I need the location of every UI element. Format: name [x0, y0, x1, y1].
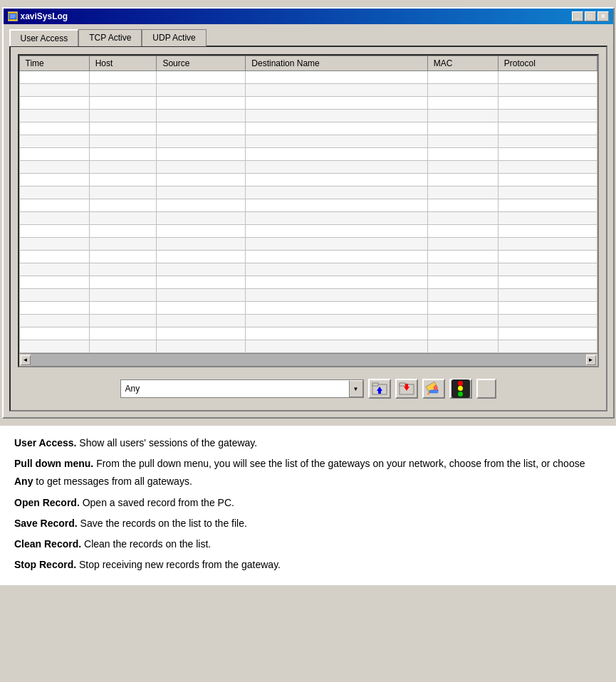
col-destination: Destination Name [246, 56, 427, 71]
app-icon [8, 11, 18, 21]
pull-down-menu-bold: Pull down menu. [14, 458, 93, 469]
tab-udp-active[interactable]: UDP Active [142, 29, 206, 46]
save-record-icon [398, 381, 415, 397]
yellow-light [458, 386, 463, 391]
stop-record-button[interactable] [449, 379, 472, 399]
table-row [19, 263, 597, 276]
table-row [19, 71, 597, 84]
table-row [19, 225, 597, 238]
svg-rect-3 [10, 17, 14, 18]
horizontal-scrollbar[interactable]: ◄ ► [19, 353, 597, 366]
scroll-track[interactable] [31, 354, 586, 366]
bottom-controls: ▼ [18, 374, 599, 403]
svg-rect-2 [10, 16, 16, 16]
table-row [19, 315, 597, 327]
gateway-dropdown-input[interactable] [121, 380, 349, 397]
red-light [458, 381, 463, 386]
window-controls: _ □ ✕ [572, 11, 609, 21]
chevron-down-icon: ▼ [353, 386, 359, 392]
clean-record-description: Clean Record. Clean the records on the l… [14, 535, 602, 553]
table-row [19, 327, 597, 340]
save-record-bold: Save Record. [14, 518, 78, 529]
minimize-button[interactable]: _ [572, 11, 583, 21]
content-area: Time Host Source Destination Name MAC Pr… [9, 46, 607, 411]
table-row [19, 148, 597, 161]
clean-record-text: Clean the records on the list. [84, 538, 211, 550]
pull-down-menu-description: Pull down menu. From the pull down menu,… [14, 455, 602, 490]
pull-down-menu-text: From the pull down menu, you will see th… [14, 458, 585, 487]
window-title: xaviSysLog [21, 11, 68, 21]
title-bar-left: xaviSysLog [8, 11, 68, 21]
title-bar: xaviSysLog _ □ ✕ [4, 9, 613, 24]
gateway-dropdown[interactable]: ▼ [120, 379, 364, 398]
any-bold: Any [14, 476, 33, 487]
table-row [19, 251, 597, 263]
stop-record-text: Stop receiving new records from the gate… [79, 559, 281, 570]
table-row [19, 84, 597, 97]
table-row [19, 340, 597, 353]
close-button[interactable]: ✕ [597, 11, 609, 21]
description-panel: User Access. Show all users' sessions of… [0, 426, 616, 585]
user-access-bold: User Access. [14, 437, 76, 448]
table-row [19, 276, 597, 289]
col-mac: MAC [427, 56, 498, 71]
main-window: xaviSysLog _ □ ✕ User Access TCP Active … [2, 7, 615, 419]
scroll-right-button[interactable]: ► [586, 355, 596, 365]
svg-rect-1 [10, 14, 16, 15]
table-row [19, 161, 597, 174]
table-wrapper[interactable]: Time Host Source Destination Name MAC Pr… [19, 56, 597, 353]
col-protocol: Protocol [498, 56, 597, 71]
table-row [19, 199, 597, 212]
user-access-text: Show all users' sessions of the gateway. [79, 437, 257, 448]
table-row [19, 289, 597, 302]
save-record-description: Save Record. Save the records on the lis… [14, 515, 602, 533]
table-row [19, 187, 597, 199]
tab-bar: User Access TCP Active UDP Active [4, 24, 613, 46]
table-row [19, 212, 597, 225]
table-row [19, 110, 597, 122]
save-record-text: Save the records on the list to the file… [80, 518, 247, 529]
open-record-icon [371, 381, 388, 397]
table-row [19, 135, 597, 148]
maximize-button[interactable]: □ [585, 11, 596, 21]
tab-user-access[interactable]: User Access [9, 29, 79, 46]
dropdown-arrow-button[interactable]: ▼ [349, 380, 363, 397]
table-row [19, 122, 597, 135]
user-access-description: User Access. Show all users' sessions of… [14, 434, 602, 452]
table-row [19, 238, 597, 251]
clean-record-button[interactable] [422, 379, 445, 399]
extra-button[interactable] [476, 379, 496, 399]
table-row [19, 97, 597, 110]
traffic-light-icon [451, 379, 470, 398]
clean-record-bold: Clean Record. [14, 538, 81, 550]
scroll-left-button[interactable]: ◄ [21, 355, 31, 365]
table-row [19, 174, 597, 187]
log-table-container: Time Host Source Destination Name MAC Pr… [18, 54, 599, 367]
table-row [19, 302, 597, 315]
col-source: Source [157, 56, 246, 71]
open-record-text: Open a saved record from the PC. [83, 497, 234, 508]
stop-record-bold: Stop Record. [14, 559, 76, 570]
open-record-button[interactable] [368, 379, 391, 399]
open-record-bold: Open Record. [14, 497, 80, 508]
log-table: Time Host Source Destination Name MAC Pr… [19, 56, 597, 353]
col-time: Time [19, 56, 89, 71]
stop-record-description: Stop Record. Stop receiving new records … [14, 556, 602, 574]
svg-rect-14 [429, 390, 438, 393]
tab-tcp-active[interactable]: TCP Active [78, 29, 142, 46]
svg-rect-5 [372, 383, 378, 386]
clean-record-icon [425, 381, 442, 397]
save-record-button[interactable] [395, 379, 418, 399]
green-light [458, 392, 463, 397]
svg-rect-8 [400, 383, 405, 386]
col-host: Host [89, 56, 157, 71]
open-record-description: Open Record. Open a saved record from th… [14, 494, 602, 512]
